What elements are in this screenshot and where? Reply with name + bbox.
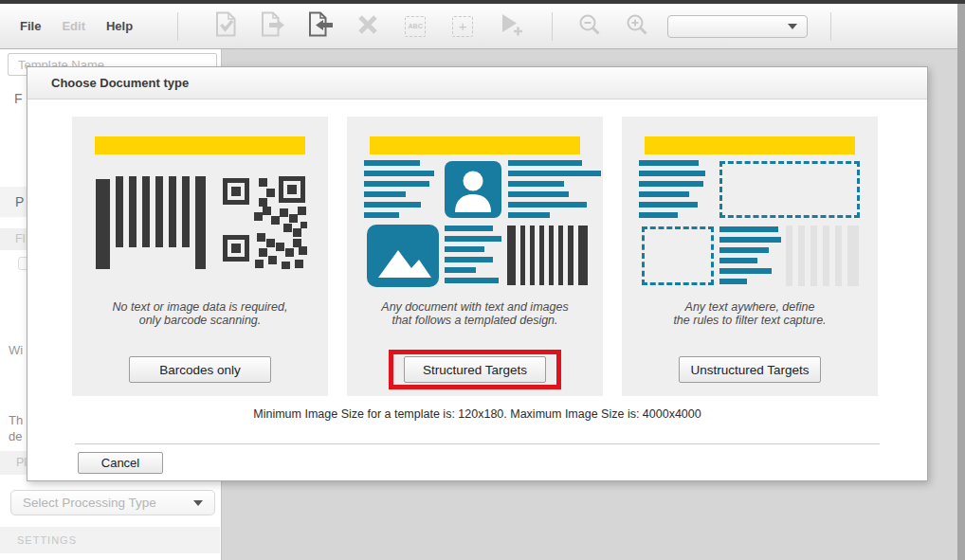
- settings-section-header: SETTINGS: [0, 527, 220, 553]
- processing-type-select[interactable]: Select Processing Type: [10, 490, 215, 515]
- image-mountains-icon: [367, 225, 439, 287]
- pointer-plus-icon: [497, 12, 523, 41]
- menu-edit[interactable]: Edit: [51, 19, 96, 33]
- window-right-strip: [957, 4, 965, 560]
- structured-targets-button[interactable]: Structured Targets: [404, 356, 546, 383]
- validate-document-button[interactable]: [214, 12, 237, 41]
- qr-code-graphic: [223, 176, 307, 273]
- yellow-header-bar-graphic: [645, 136, 855, 154]
- sidebar-description-text: de: [9, 429, 22, 443]
- add-region-button[interactable]: +: [451, 12, 474, 41]
- structured-targets-card: Any document with text and images that f…: [347, 117, 603, 396]
- zoom-out-icon: [578, 13, 601, 40]
- unstructured-targets-card: Any text aywhere, define the rules to fi…: [622, 117, 878, 396]
- processing-type-placeholder: Select Processing Type: [23, 496, 156, 510]
- abc-dashed-box-icon: ABC: [405, 16, 426, 37]
- sidebar-field-label: Wi: [9, 343, 23, 357]
- cancel-button[interactable]: Cancel: [78, 452, 163, 474]
- sidebar-section-label: F: [14, 91, 23, 106]
- toolbar-separator: [177, 12, 178, 41]
- document-arrow-left-icon: [308, 11, 334, 41]
- barcodes-only-card: No text or image data is required, only …: [72, 117, 328, 396]
- zoom-in-button[interactable]: [626, 12, 648, 41]
- dashed-region-graphic: [642, 226, 714, 285]
- close-x-icon: [356, 13, 379, 40]
- unstructured-card-art: [639, 160, 861, 289]
- image-size-note: Minimum Image Size for a template is: 12…: [27, 407, 927, 421]
- yellow-header-bar-graphic: [370, 136, 580, 154]
- dialog-divider: [75, 443, 880, 444]
- structured-card-art: [364, 160, 586, 289]
- document-check-icon: [215, 11, 237, 41]
- text-lines-graphic: [508, 160, 601, 223]
- barcodes-only-button[interactable]: Barcodes only: [129, 356, 271, 383]
- faint-barcode-graphic: [786, 226, 859, 286]
- chevron-down-icon: [193, 500, 203, 506]
- barcode-graphic: [507, 226, 588, 285]
- zoom-level-select[interactable]: [667, 15, 808, 38]
- menu-help[interactable]: Help: [96, 19, 143, 33]
- text-lines-graphic: [639, 160, 705, 223]
- card-caption: Any text aywhere, define the rules to fi…: [622, 300, 878, 327]
- menu-toolbar: File Edit Help ABC +: [0, 4, 957, 49]
- barcode-card-art: [89, 160, 311, 289]
- card-caption: No text or image data is required, only …: [72, 300, 328, 327]
- choose-document-type-dialog: Choose Document type: [27, 66, 928, 481]
- yellow-header-bar-graphic: [95, 136, 305, 154]
- menu-file[interactable]: File: [9, 19, 51, 33]
- plus-dashed-box-icon: +: [452, 16, 473, 37]
- app-window: File Edit Help ABC +: [0, 0, 965, 560]
- unstructured-targets-button[interactable]: Unstructured Targets: [679, 356, 821, 383]
- card-caption: Any document with text and images that f…: [347, 300, 603, 327]
- document-arrow-right-icon: [261, 11, 285, 41]
- window-top-strip: [0, 0, 965, 4]
- text-lines-graphic: [719, 226, 781, 289]
- text-capture-region-button[interactable]: ABC: [404, 12, 427, 41]
- zoom-in-icon: [626, 13, 648, 40]
- delete-button[interactable]: [356, 12, 379, 41]
- text-lines-graphic: [445, 226, 501, 288]
- import-document-button[interactable]: [309, 12, 332, 41]
- barcode-graphic: [96, 176, 206, 269]
- zoom-out-button[interactable]: [578, 12, 601, 41]
- export-document-button[interactable]: [262, 12, 284, 41]
- red-highlight-box: Structured Targets: [389, 350, 561, 389]
- person-avatar-icon: [445, 161, 501, 218]
- dialog-title: Choose Document type: [27, 67, 927, 99]
- chevron-down-icon: [788, 24, 797, 29]
- dashed-region-graphic: [719, 161, 860, 218]
- add-pointer-target-button[interactable]: [499, 12, 521, 41]
- toolbar-separator: [552, 12, 553, 41]
- toolbar-separator: [830, 12, 831, 41]
- sidebar-description-text: Th: [9, 413, 23, 427]
- text-lines-graphic: [364, 160, 435, 223]
